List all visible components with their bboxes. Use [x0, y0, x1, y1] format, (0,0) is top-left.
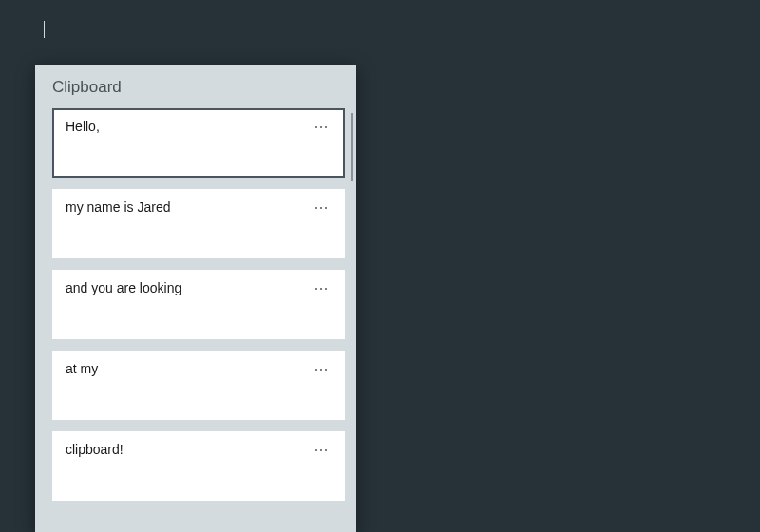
clipboard-item[interactable]: Hello,	[52, 108, 345, 178]
more-options-icon[interactable]	[309, 118, 333, 137]
text-cursor	[44, 21, 45, 38]
panel-header: Clipboard	[35, 65, 356, 108]
clipboard-panel: Clipboard Hello,my name is Jaredand you …	[35, 65, 356, 532]
clipboard-item[interactable]: clipboard!	[52, 431, 345, 501]
more-options-icon[interactable]	[309, 199, 333, 218]
clipboard-item-text: my name is Jared	[66, 200, 170, 215]
clipboard-item[interactable]: my name is Jared	[52, 189, 345, 258]
more-options-icon[interactable]	[309, 279, 333, 298]
more-options-icon[interactable]	[309, 441, 333, 460]
scrollbar-thumb[interactable]	[351, 113, 353, 181]
clipboard-item-text: at my	[66, 361, 98, 376]
clipboard-item-text: Hello,	[66, 119, 100, 134]
clipboard-item[interactable]: and you are looking	[52, 270, 345, 339]
panel-title: Clipboard	[52, 78, 339, 97]
clipboard-item-text: clipboard!	[66, 442, 124, 457]
clipboard-items-container: Hello,my name is Jaredand you are lookin…	[35, 108, 356, 532]
clipboard-item[interactable]: at my	[52, 351, 345, 420]
clipboard-item-text: and you are looking	[66, 280, 181, 295]
more-options-icon[interactable]	[309, 360, 333, 379]
